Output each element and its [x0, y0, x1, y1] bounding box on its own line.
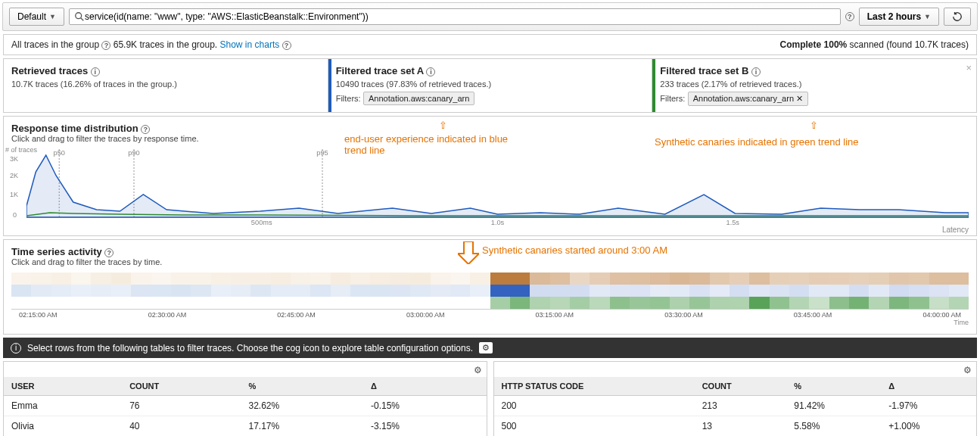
info-icon[interactable]: ? — [141, 125, 150, 134]
cell: 5.58% — [786, 416, 881, 437]
panel-stripe-green — [652, 59, 655, 112]
heat-cell — [809, 297, 829, 309]
heat-cell — [610, 285, 630, 297]
gear-icon[interactable]: ⚙ — [479, 342, 493, 353]
timeseries-heatmap[interactable]: 02:15:00 AM 02:30:00 AM 02:45:00 AM 03:0… — [4, 269, 976, 334]
panel-title: Filtered trace set A — [336, 65, 424, 76]
panel-set-a[interactable]: Filtered trace set A i 10490 traces (97.… — [328, 59, 653, 112]
help-icon[interactable]: ? — [845, 12, 854, 21]
heat-cell — [770, 272, 789, 285]
info-icon[interactable]: i — [91, 67, 100, 76]
cell: +1.00% — [881, 416, 976, 437]
heat-cell — [949, 272, 969, 285]
info-icon[interactable]: ? — [101, 41, 110, 50]
cell: 40 — [122, 416, 241, 437]
heat-cell — [470, 285, 490, 297]
heat-cell — [670, 297, 689, 309]
heat-cell — [490, 272, 510, 285]
heat-cell — [630, 297, 649, 309]
filter-chip[interactable]: Annotation.aws:canary_arn ✕ — [688, 92, 808, 106]
svg-text:1.5s: 1.5s — [726, 219, 739, 225]
cell: 32.62% — [241, 396, 363, 416]
col-header[interactable]: USER — [4, 377, 122, 396]
x-tick: 03:30:00 AM — [664, 311, 703, 319]
section-sub: Click and drag to filter the traces by t… — [4, 257, 976, 269]
col-header[interactable]: COUNT — [122, 377, 241, 396]
heat-cell — [530, 297, 549, 309]
heat-cell — [789, 297, 809, 309]
heat-cell — [730, 285, 749, 297]
close-icon[interactable]: × — [966, 62, 972, 73]
heat-cell — [370, 272, 390, 285]
time-range-dropdown[interactable]: Last 2 hours ▼ — [859, 8, 939, 26]
table-row[interactable]: Emma7632.62%-0.15% — [4, 396, 487, 416]
col-header[interactable]: HTTP STATUS CODE — [494, 377, 695, 396]
heat-cell — [211, 272, 231, 285]
heat-cell — [131, 297, 151, 309]
response-distribution-chart[interactable]: p50 p90 p95 500ms 1.0s 1.5s # of traces … — [26, 149, 969, 225]
heat-cell — [710, 297, 730, 309]
refresh-button[interactable] — [944, 8, 971, 26]
info-icon[interactable]: ? — [104, 248, 114, 257]
heat-cell — [710, 272, 730, 285]
heat-cell — [730, 272, 749, 285]
col-header[interactable]: % — [241, 377, 363, 396]
panel-retrieved[interactable]: Retrieved traces i 10.7K traces (16.26% … — [4, 59, 328, 112]
svg-text:500ms: 500ms — [251, 219, 272, 225]
x-tick: 04:00:00 AM — [922, 311, 961, 319]
query-input-wrap[interactable] — [69, 8, 841, 25]
col-header[interactable]: Δ — [363, 377, 487, 396]
heat-cell — [111, 272, 131, 285]
chevron-down-icon: ▼ — [924, 13, 931, 20]
table-row[interactable]: 500135.58%+1.00% — [494, 416, 977, 437]
info-icon[interactable]: i — [751, 67, 761, 76]
heat-cell — [630, 285, 649, 297]
heat-cell — [271, 285, 291, 297]
heat-cell — [650, 285, 670, 297]
gear-icon[interactable]: ⚙ — [474, 365, 482, 375]
heat-cell — [590, 285, 609, 297]
heat-cell — [689, 297, 709, 309]
heat-cell — [31, 297, 51, 309]
panel-title: Filtered trace set B — [660, 65, 748, 76]
scope-dropdown[interactable]: Default ▼ — [9, 8, 64, 26]
group-count: 65.9K traces in the group. — [114, 39, 217, 50]
info-circle-icon: i — [11, 343, 21, 353]
col-header[interactable]: % — [786, 377, 881, 396]
gear-icon[interactable]: ⚙ — [963, 365, 972, 375]
panel-set-b[interactable]: × Filtered trace set B i 233 traces (2.1… — [652, 59, 976, 112]
heat-cell — [291, 272, 310, 285]
col-header[interactable]: Δ — [881, 377, 976, 396]
heat-cell — [151, 297, 171, 309]
query-input[interactable] — [85, 11, 835, 22]
col-header[interactable]: COUNT — [695, 377, 787, 396]
heat-cell — [510, 285, 530, 297]
heat-cell — [949, 297, 969, 309]
heat-cell — [310, 297, 330, 309]
info-icon[interactable]: i — [426, 67, 435, 76]
heat-cell — [91, 297, 110, 309]
svg-line-1 — [81, 18, 84, 21]
heat-cell — [131, 285, 151, 297]
table-row[interactable]: 20021391.42%-1.97% — [494, 396, 977, 416]
heat-cell — [310, 285, 330, 297]
info-icon[interactable]: ? — [282, 41, 291, 50]
filter-chip[interactable]: Annotation.aws:canary_arn — [363, 92, 474, 105]
cell: 76 — [122, 396, 241, 416]
x-tick: 02:45:00 AM — [277, 311, 316, 319]
heat-cell — [350, 285, 370, 297]
heat-cell — [749, 285, 769, 297]
heat-cell — [191, 297, 210, 309]
x-tick: 03:45:00 AM — [794, 311, 832, 319]
time-range-label: Last 2 hours — [867, 11, 921, 22]
table-row[interactable]: Olivia4017.17%-3.15% — [4, 416, 487, 437]
heat-cell — [490, 285, 510, 297]
heat-cell — [171, 297, 191, 309]
heat-cell — [410, 285, 430, 297]
show-in-charts-link[interactable]: Show in charts — [220, 39, 280, 50]
search-icon — [74, 11, 85, 22]
panel-stripe-blue — [328, 59, 331, 112]
y-tick: 1K — [10, 191, 18, 198]
heat-cell — [650, 272, 670, 285]
refresh-icon — [952, 11, 963, 22]
